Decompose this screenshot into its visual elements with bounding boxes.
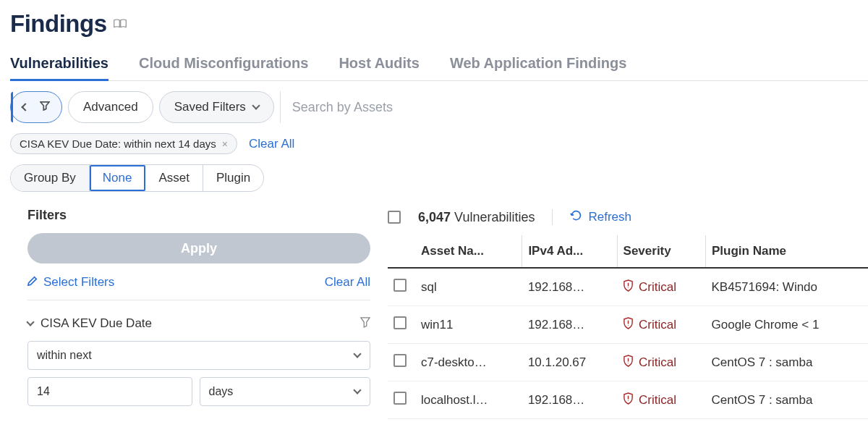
tab-host-audits[interactable]: Host Audits — [339, 55, 419, 80]
cell-plugin-name: CentOS 7 : samba — [706, 381, 868, 419]
row-checkbox[interactable] — [393, 392, 407, 405]
col-header-asset-name[interactable]: Asset Na... — [415, 235, 522, 268]
table-row[interactable]: sql192.168…CriticalKB4571694: Windo — [388, 268, 868, 306]
page-title: Findings — [10, 10, 106, 38]
clear-all-filters-link[interactable]: Clear All — [325, 275, 370, 290]
table-row[interactable]: localhost.l…192.168…CriticalCentOS 7 : s… — [388, 381, 868, 419]
filter-operator-select[interactable] — [27, 341, 370, 370]
filter-chip-cisa-kev[interactable]: CISA KEV Due Date: within next 14 days × — [10, 133, 237, 154]
search-input[interactable] — [292, 100, 868, 115]
chevron-left-icon — [21, 103, 29, 111]
funnel-icon — [40, 100, 50, 114]
groupby-segmented-control: Group By None Asset Plugin — [10, 164, 264, 192]
cell-plugin-name: Google Chrome < 1 — [706, 306, 868, 344]
severity-badge: Critical — [623, 392, 699, 408]
filter-unit-select[interactable] — [200, 377, 370, 406]
cell-ipv4: 192.168… — [522, 306, 617, 344]
results-count: 6,047 Vulnerabilities — [418, 210, 535, 225]
row-checkbox[interactable] — [393, 354, 407, 367]
table-row[interactable]: c7-deskto…10.1.20.67CriticalCentOS 7 : s… — [388, 344, 868, 381]
filter-chip-text: CISA KEV Due Date: within next 14 days — [20, 138, 216, 150]
refresh-label: Refresh — [588, 210, 631, 224]
select-all-checkbox[interactable] — [388, 211, 401, 224]
filter-section-header-cisa-kev[interactable]: CISA KEV Due Date — [27, 311, 370, 341]
advanced-button-label: Advanced — [83, 100, 138, 114]
table-header-row: Asset Na... IPv4 Ad... Severity Plugin N… — [388, 235, 868, 268]
cell-ipv4: 192.168… — [522, 268, 617, 306]
select-filters-link[interactable]: Select Filters — [27, 275, 114, 290]
funnel-icon[interactable] — [360, 316, 370, 331]
severity-badge: Critical — [623, 317, 699, 333]
cell-asset-name: c7-deskto… — [415, 344, 522, 381]
tab-cloud-misconfigurations[interactable]: Cloud Misconfigurations — [139, 55, 308, 80]
cell-asset-name: localhost.l… — [415, 381, 522, 419]
filters-panel: Filters Apply Select Filters Clear All C… — [10, 202, 388, 419]
saved-filters-button[interactable]: Saved Filters — [159, 91, 274, 123]
groupby-option-plugin[interactable]: Plugin — [203, 165, 263, 191]
shield-icon — [623, 317, 634, 333]
col-header-plugin-name[interactable]: Plugin Name — [706, 235, 868, 268]
select-filters-label: Select Filters — [43, 275, 114, 290]
severity-badge: Critical — [623, 355, 699, 371]
shield-icon — [623, 355, 634, 371]
chevron-down-icon — [26, 318, 34, 326]
cell-ipv4: 192.168… — [522, 381, 617, 419]
cell-plugin-name: CentOS 7 : samba — [706, 344, 868, 381]
tab-web-application-findings[interactable]: Web Application Findings — [450, 55, 626, 80]
groupby-label: Group By — [11, 165, 90, 191]
cell-asset-name: sql — [415, 268, 522, 306]
col-header-ipv4[interactable]: IPv4 Ad... — [522, 235, 617, 268]
tab-vulnerabilities[interactable]: Vulnerabilities — [10, 55, 109, 80]
results-table-area: 6,047 Vulnerabilities Refresh Asset Na..… — [388, 202, 868, 419]
close-icon[interactable]: × — [222, 138, 228, 150]
groupby-option-none[interactable]: None — [90, 165, 146, 191]
shield-icon — [623, 279, 634, 295]
col-header-severity[interactable]: Severity — [617, 235, 705, 268]
filter-section-title: CISA KEV Due Date — [41, 316, 152, 331]
advanced-button[interactable]: Advanced — [68, 91, 153, 123]
chevron-down-icon — [252, 101, 260, 109]
cell-asset-name: win11 — [415, 306, 522, 344]
book-icon[interactable] — [114, 19, 127, 29]
table-row[interactable]: win11192.168…CriticalGoogle Chrome < 1 — [388, 306, 868, 344]
cell-plugin-name: KB4571694: Windo — [706, 268, 868, 306]
row-checkbox[interactable] — [393, 279, 407, 292]
clear-all-chips-link[interactable]: Clear All — [249, 137, 294, 151]
shield-icon — [623, 392, 634, 408]
filter-value-input[interactable] — [27, 377, 192, 406]
divider — [552, 209, 553, 225]
severity-badge: Critical — [623, 279, 699, 295]
filters-heading: Filters — [27, 208, 370, 223]
tabs-bar: Vulnerabilities Cloud Misconfigurations … — [10, 55, 868, 81]
cell-ipv4: 10.1.20.67 — [522, 344, 617, 381]
saved-filters-label: Saved Filters — [174, 100, 246, 114]
collapse-filters-button[interactable] — [10, 91, 62, 123]
refresh-button[interactable]: Refresh — [570, 209, 631, 225]
refresh-icon — [570, 209, 582, 225]
row-checkbox[interactable] — [393, 316, 407, 329]
pencil-icon — [27, 275, 38, 290]
groupby-option-asset[interactable]: Asset — [145, 165, 203, 191]
apply-button[interactable]: Apply — [27, 233, 370, 263]
